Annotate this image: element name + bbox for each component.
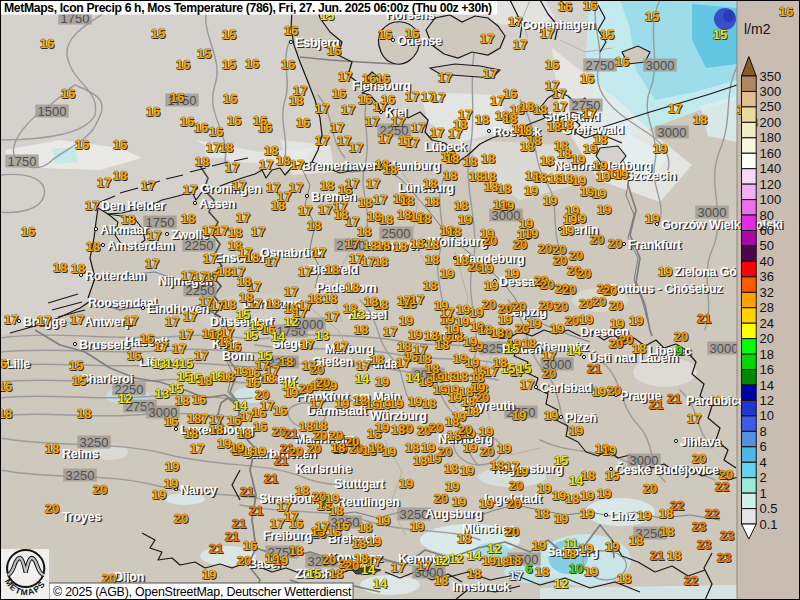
svg-text:17: 17 — [183, 309, 197, 324]
svg-text:19: 19 — [389, 396, 403, 411]
svg-text:17: 17 — [203, 251, 217, 266]
svg-text:20: 20 — [542, 366, 556, 381]
svg-text:80: 80 — [760, 208, 774, 223]
svg-text:19: 19 — [164, 476, 178, 491]
svg-text:16: 16 — [176, 57, 190, 72]
svg-text:18: 18 — [308, 291, 322, 306]
svg-text:19: 19 — [597, 202, 611, 217]
svg-text:17: 17 — [413, 342, 427, 357]
svg-text:17: 17 — [236, 210, 250, 225]
svg-text:16: 16 — [335, 518, 349, 533]
svg-text:60: 60 — [760, 223, 774, 238]
svg-text:19: 19 — [375, 420, 389, 435]
svg-text:18: 18 — [331, 440, 345, 455]
svg-text:Innsbruck: Innsbruck — [452, 580, 510, 594]
svg-text:18: 18 — [209, 422, 223, 437]
svg-text:21: 21 — [225, 529, 239, 544]
svg-text:18: 18 — [220, 369, 234, 384]
svg-text:17: 17 — [145, 256, 159, 271]
svg-text:18: 18 — [461, 394, 475, 409]
svg-text:17: 17 — [410, 292, 424, 307]
svg-text:17: 17 — [265, 254, 279, 269]
svg-text:17: 17 — [668, 101, 682, 116]
svg-text:17: 17 — [284, 284, 298, 299]
svg-text:17: 17 — [513, 37, 527, 52]
svg-text:21: 21 — [649, 397, 663, 412]
svg-text:1500: 1500 — [38, 104, 67, 119]
svg-text:17: 17 — [341, 102, 355, 117]
svg-text:18: 18 — [435, 337, 449, 352]
svg-text:17: 17 — [270, 516, 284, 531]
svg-text:20: 20 — [553, 253, 567, 268]
svg-text:18: 18 — [299, 419, 313, 434]
svg-text:18: 18 — [345, 280, 359, 295]
svg-text:18: 18 — [507, 553, 521, 568]
svg-text:17: 17 — [290, 157, 304, 172]
svg-text:18: 18 — [617, 571, 631, 586]
svg-text:20: 20 — [307, 441, 321, 456]
svg-text:18: 18 — [0, 406, 12, 421]
svg-text:300: 300 — [760, 84, 782, 99]
svg-text:3000: 3000 — [646, 58, 675, 73]
svg-text:10: 10 — [760, 408, 774, 423]
svg-text:Reims: Reims — [62, 447, 99, 461]
svg-text:17: 17 — [378, 131, 392, 146]
svg-text:19: 19 — [592, 384, 606, 399]
svg-text:2: 2 — [760, 470, 767, 485]
svg-text:18: 18 — [659, 506, 673, 521]
svg-text:MetMaps, Icon Precip 6 h, Mos: MetMaps, Icon Precip 6 h, Mos Temperatur… — [4, 1, 492, 15]
svg-text:17: 17 — [259, 157, 273, 172]
svg-text:Troyes: Troyes — [62, 510, 101, 524]
svg-text:17: 17 — [251, 224, 265, 239]
svg-text:17: 17 — [183, 182, 197, 197]
svg-text:19: 19 — [469, 305, 483, 320]
svg-text:19: 19 — [399, 313, 413, 328]
svg-text:19: 19 — [440, 266, 454, 281]
svg-text:18: 18 — [397, 207, 411, 222]
svg-text:19: 19 — [421, 440, 435, 455]
svg-text:16: 16 — [284, 23, 298, 38]
svg-text:23: 23 — [697, 537, 711, 552]
svg-text:17: 17 — [190, 441, 204, 456]
svg-text:17: 17 — [345, 176, 359, 191]
svg-text:Rotterdam: Rotterdam — [85, 269, 146, 283]
svg-text:15: 15 — [151, 26, 165, 41]
svg-text:18: 18 — [593, 132, 607, 147]
svg-text:18: 18 — [358, 195, 372, 210]
svg-text:18: 18 — [467, 566, 481, 581]
svg-text:18: 18 — [400, 193, 414, 208]
svg-text:18: 18 — [457, 531, 471, 546]
svg-text:19: 19 — [580, 488, 594, 503]
svg-text:20: 20 — [554, 299, 568, 314]
svg-text:16: 16 — [194, 120, 208, 135]
svg-text:17: 17 — [293, 305, 307, 320]
svg-text:20: 20 — [438, 444, 452, 459]
svg-text:16: 16 — [245, 56, 259, 71]
svg-text:18: 18 — [454, 253, 468, 268]
svg-text:19: 19 — [596, 169, 610, 184]
svg-text:18: 18 — [237, 274, 251, 289]
svg-text:18: 18 — [334, 207, 348, 222]
svg-text:16: 16 — [223, 91, 237, 106]
svg-text:12: 12 — [434, 553, 448, 568]
svg-text:17: 17 — [124, 313, 138, 328]
svg-text:17: 17 — [356, 358, 370, 373]
svg-text:17: 17 — [312, 245, 326, 260]
svg-text:15: 15 — [249, 318, 263, 333]
svg-text:19: 19 — [597, 486, 611, 501]
svg-text:Nancy: Nancy — [180, 483, 217, 497]
svg-text:18: 18 — [405, 440, 419, 455]
svg-text:20: 20 — [512, 299, 526, 314]
svg-text:Lille: Lille — [6, 357, 30, 371]
svg-text:17: 17 — [431, 90, 445, 105]
svg-text:13: 13 — [351, 307, 365, 322]
svg-text:19: 19 — [584, 564, 598, 579]
svg-text:4: 4 — [760, 455, 767, 470]
svg-text:17: 17 — [345, 236, 359, 251]
svg-text:20: 20 — [174, 511, 188, 526]
svg-text:13: 13 — [155, 386, 169, 401]
svg-text:180: 180 — [760, 130, 782, 145]
svg-text:Dijon: Dijon — [114, 570, 144, 584]
svg-text:20: 20 — [505, 524, 519, 539]
svg-text:18: 18 — [53, 260, 67, 275]
